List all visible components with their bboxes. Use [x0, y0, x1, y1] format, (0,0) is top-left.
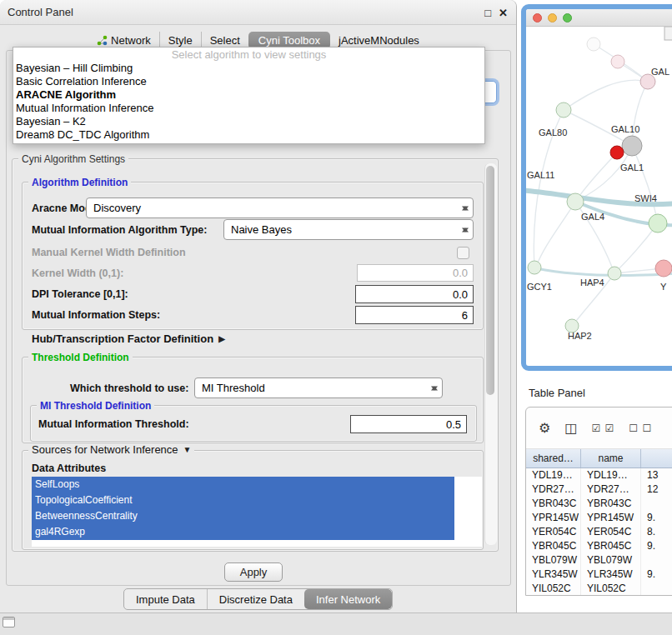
cell[interactable]: YDR27…	[581, 482, 641, 497]
table-row[interactable]: YPR145W YPR145W 9.	[526, 511, 672, 525]
attribute-item-selected[interactable]: TopologicalCoefficient	[32, 492, 454, 508]
table-row[interactable]: YDL19… YDL19… 13	[526, 468, 672, 482]
tab-infer-network[interactable]: Infer Network	[304, 589, 392, 609]
table-row[interactable]: YER054C YER054C 8.	[526, 525, 672, 539]
network-edge	[632, 146, 658, 223]
settings-scrollbar-thumb[interactable]	[486, 166, 494, 395]
cell[interactable]: 13	[641, 468, 672, 482]
which-threshold-value: MI Threshold	[202, 382, 265, 394]
close-icon[interactable]: ✕	[499, 7, 508, 19]
network-canvas[interactable]: GAL GAL80 GAL10 GAL11 GAL1 SWI4 GAL4 GCY…	[526, 27, 672, 367]
cell[interactable]	[641, 553, 672, 568]
data-attributes-label: Data Attributes	[32, 462, 106, 474]
mi-type-combo[interactable]: Naive Bayes	[223, 219, 474, 240]
cell[interactable]: YBR043C	[526, 497, 581, 511]
node-label: GAL11	[527, 170, 554, 180]
cell[interactable]: 12	[641, 482, 672, 497]
network-node[interactable]	[655, 260, 672, 277]
node-label: Y	[660, 282, 667, 292]
cell[interactable]: YBR045C	[526, 539, 581, 553]
collapsed-panel-icon[interactable]	[3, 617, 15, 628]
manual-kernel-label: Manual Kernel Width Definition	[32, 247, 186, 258]
cell[interactable]: YBR045C	[581, 539, 641, 553]
hub-definition-label: Hub/Transcription Factor Definition	[32, 332, 213, 345]
table-row[interactable]: YBL079W YBL079W	[526, 553, 672, 568]
node-label: GAL4	[581, 212, 604, 222]
network-node-hap4[interactable]	[608, 267, 621, 280]
mi-threshold-label: Mutual Information Threshold:	[38, 418, 189, 430]
column-header-shared-name[interactable]: shared…	[526, 449, 581, 468]
cell[interactable]: YIL052C	[526, 582, 581, 596]
dropdown-item[interactable]: Mutual Information Inference	[13, 102, 484, 115]
dropdown-item[interactable]: Bayesian – K2	[13, 115, 484, 128]
table-row[interactable]: YDR27… YDR27… 12	[526, 482, 672, 497]
cell[interactable]: YIL052C	[581, 582, 641, 596]
table-row[interactable]: YBR045C YBR045C 9.	[526, 539, 672, 553]
cell[interactable]: 9.	[641, 511, 672, 525]
data-attributes-list: SelfLoops TopologicalCoefficient Between…	[32, 477, 482, 547]
node-label: GAL80	[539, 128, 567, 138]
node-label: GAL1	[620, 162, 644, 172]
network-node-gal10[interactable]	[622, 136, 642, 156]
dpi-tolerance-input[interactable]	[355, 285, 474, 303]
attribute-item-selected[interactable]: gal4RGexp	[32, 524, 454, 540]
network-node-gcy1[interactable]	[528, 261, 541, 274]
deselect-all-icon[interactable]: ☐ ☐	[629, 422, 652, 434]
cell[interactable]	[641, 497, 672, 511]
cell[interactable]: 9.	[641, 539, 672, 553]
column-header-name[interactable]: name	[581, 449, 641, 468]
table-row[interactable]: YBR043C YBR043C	[526, 497, 672, 511]
cell[interactable]: 8.	[641, 525, 672, 539]
cell[interactable]: YBL079W	[526, 553, 581, 568]
cell[interactable]: YLR345W	[526, 568, 581, 582]
hub-definition-disclosure[interactable]: Hub/Transcription Factor Definition ▶	[32, 332, 225, 345]
network-node-gal4[interactable]	[567, 193, 584, 210]
gear-icon[interactable]: ⚙	[539, 420, 550, 436]
columns-icon[interactable]: ◫	[564, 420, 577, 436]
cell[interactable]: YPR145W	[581, 511, 641, 525]
cell[interactable]: YBR043C	[581, 497, 641, 511]
network-node-gal80[interactable]	[556, 102, 571, 118]
dropdown-item[interactable]: Basic Correlation Inference	[13, 75, 484, 88]
cell[interactable]: 9.	[641, 568, 672, 582]
attribute-item-selected[interactable]: BetweennessCentrality	[32, 508, 454, 524]
mi-threshold-input[interactable]	[350, 415, 467, 433]
birdseye-toggle[interactable]	[664, 27, 672, 40]
column-header[interactable]	[641, 449, 672, 468]
cell[interactable]: YER054C	[581, 525, 641, 539]
close-button[interactable]	[533, 13, 542, 22]
dropdown-item-selected[interactable]: ARACNE Algorithm	[13, 88, 484, 102]
cell[interactable]	[641, 582, 672, 596]
tab-discretize-data[interactable]: Discretize Data	[207, 589, 304, 609]
network-node-selected-red[interactable]	[610, 146, 624, 159]
which-threshold-combo[interactable]: MI Threshold	[194, 378, 443, 398]
attribute-item-selected[interactable]: SelfLoops	[32, 477, 454, 492]
table-row[interactable]: YIL052C YIL052C	[526, 582, 672, 596]
zoom-button[interactable]	[563, 13, 572, 22]
cell[interactable]: YDR27…	[526, 482, 581, 497]
network-node[interactable]	[649, 214, 667, 232]
algorithm-definition-title: Algorithm Definition	[28, 177, 131, 188]
network-edge	[536, 202, 575, 267]
cell[interactable]: YBL079W	[581, 553, 641, 568]
aracne-mode-combo[interactable]: Discovery	[86, 198, 474, 218]
dropdown-item[interactable]: Bayesian – Hill Climbing	[13, 62, 484, 75]
network-node[interactable]	[587, 38, 600, 51]
tab-impute-data[interactable]: Impute Data	[124, 589, 207, 609]
cell[interactable]: YER054C	[526, 525, 581, 539]
sources-group-title: Sources for Network Inference	[32, 443, 178, 456]
select-all-icon[interactable]: ☑ ☑	[591, 422, 614, 434]
dpi-tolerance-label: DPI Tolerance [0,1]:	[32, 288, 128, 300]
mi-steps-input[interactable]	[355, 306, 474, 324]
float-window-icon[interactable]: □	[484, 7, 491, 19]
cell[interactable]: YDL19…	[581, 468, 641, 482]
minimize-button[interactable]	[548, 13, 557, 22]
cell[interactable]: YPR145W	[526, 511, 581, 525]
dropdown-item[interactable]: Dream8 DC_TDC Algorithm	[13, 128, 484, 142]
network-node[interactable]	[611, 55, 624, 68]
cell[interactable]: YDL19…	[526, 468, 581, 482]
table-row[interactable]: YLR345W YLR345W 9.	[526, 568, 672, 582]
cell[interactable]: YLR345W	[581, 568, 641, 582]
apply-button[interactable]: Apply	[224, 562, 283, 582]
sources-disclosure[interactable]: Sources for Network Inference ▼	[28, 443, 194, 456]
